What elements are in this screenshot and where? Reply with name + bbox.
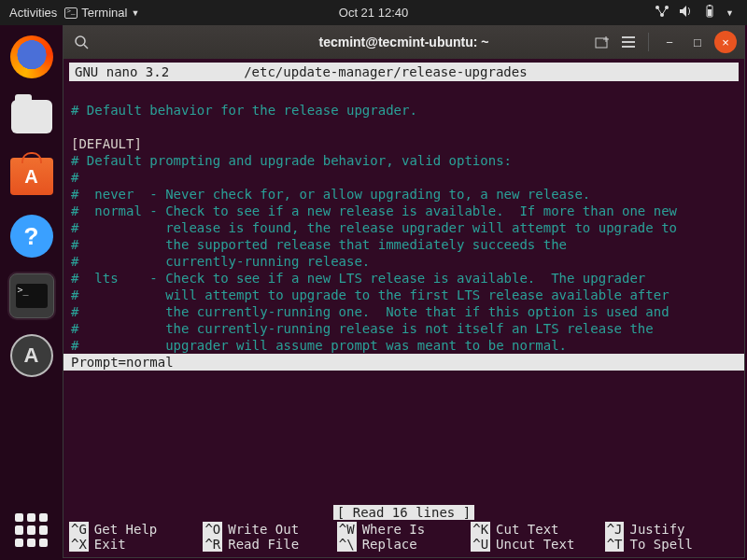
nano-filename: /etc/update-manager/release-upgrades: [244, 64, 527, 79]
shortcut-justify: ^JJustify: [605, 522, 739, 537]
minimize-button[interactable]: −: [658, 31, 681, 53]
editor-line: # Default behavior for the release upgra…: [71, 103, 417, 118]
shortcut-write-out: ^OWrite Out: [203, 522, 336, 537]
volume-icon: [679, 5, 694, 21]
svg-line-7: [84, 45, 88, 49]
svg-rect-5: [709, 5, 711, 7]
network-icon: [655, 5, 669, 21]
dock-software-updater[interactable]: A: [9, 333, 54, 378]
shortcut-replace: ^\Replace: [337, 537, 471, 552]
battery-icon: [703, 5, 716, 21]
editor-line: # normal - Check to see if a new release…: [71, 203, 677, 218]
editor-line: # Default prompting and upgrade behavior…: [71, 153, 512, 168]
dock-help[interactable]: ?: [9, 214, 54, 259]
chevron-down-icon: ▼: [726, 8, 734, 18]
hamburger-menu-icon[interactable]: [618, 32, 639, 52]
app-menu-label: Terminal: [81, 6, 127, 20]
nano-version: GNU nano 3.2: [75, 64, 169, 79]
app-menu[interactable]: Terminal ▼: [64, 6, 139, 20]
editor-line: # the currently-running release is not i…: [71, 321, 654, 336]
search-icon[interactable]: [71, 32, 92, 52]
nano-status-bar: [ Read 16 lines ]: [63, 505, 744, 520]
editor-line: # lts - Check to see if a new LTS releas…: [71, 271, 645, 286]
gnome-top-bar: Activities Terminal ▼ Oct 21 12:40 ▼: [0, 0, 747, 25]
terminal-window: tecmint@tecmint-ubuntu: ~ − □ × GNU nano…: [63, 25, 745, 558]
show-applications-button[interactable]: [15, 513, 49, 547]
shortcut-uncut-text: ^UUncut Text: [471, 537, 604, 552]
editor-line-cursor: Prompt=normal: [63, 354, 744, 371]
divider: [648, 33, 649, 51]
dock: ? >_ A: [0, 25, 63, 560]
editor-line: # the currently-running one. Note that i…: [71, 304, 669, 319]
svg-point-6: [76, 36, 85, 46]
system-status-area[interactable]: ▼: [655, 5, 747, 21]
editor-line: # currently-running release.: [71, 254, 370, 269]
nano-shortcut-bar: ^GGet Help ^OWrite Out ^WWhere Is ^KCut …: [63, 522, 744, 557]
shortcut-get-help: ^GGet Help: [69, 522, 203, 537]
shortcut-where-is: ^WWhere Is: [337, 522, 471, 537]
svg-rect-4: [708, 9, 712, 16]
editor-line: # upgrader will assume prompt was meant …: [71, 338, 567, 353]
updater-icon: A: [10, 334, 53, 377]
clock[interactable]: Oct 21 12:40: [339, 6, 408, 20]
shortcut-cut-text: ^KCut Text: [471, 522, 604, 537]
firefox-icon: [10, 35, 53, 78]
editor-line: # release is found, the release upgrader…: [71, 220, 677, 235]
editor-line: # the supported release that immediately…: [71, 237, 567, 252]
shortcut-exit: ^XExit: [69, 537, 203, 552]
window-title: tecmint@tecmint-ubuntu: ~: [318, 35, 488, 49]
terminal-icon: [64, 7, 78, 19]
editor-line: [DEFAULT]: [71, 136, 142, 151]
dock-software[interactable]: [9, 154, 54, 199]
dock-files[interactable]: [9, 94, 54, 139]
dock-terminal[interactable]: >_: [9, 273, 54, 318]
nano-title-bar: GNU nano 3.2 /etc/update-manager/release…: [69, 63, 739, 81]
terminal-icon: >_: [9, 273, 54, 318]
maximize-button[interactable]: □: [686, 31, 709, 53]
new-tab-icon[interactable]: [592, 32, 613, 52]
close-button[interactable]: ×: [714, 31, 737, 53]
dock-firefox[interactable]: [9, 35, 54, 79]
editor-line: #: [71, 170, 78, 185]
shortcut-to-spell: ^TTo Spell: [605, 537, 739, 552]
editor-line: # will attempt to upgrade to the first L…: [71, 287, 669, 302]
terminal-titlebar[interactable]: tecmint@tecmint-ubuntu: ~ − □ ×: [63, 25, 744, 59]
shortcut-read-file: ^RRead File: [203, 537, 336, 552]
nano-editor-body[interactable]: # Default behavior for the release upgra…: [63, 81, 744, 505]
editor-line: # never - Never check for, or allow upgr…: [71, 187, 590, 202]
software-icon: [10, 158, 53, 195]
nano-status-text: [ Read 16 lines ]: [333, 505, 474, 520]
files-icon: [11, 100, 52, 133]
activities-button[interactable]: Activities: [9, 6, 57, 20]
chevron-down-icon: ▼: [131, 8, 139, 18]
help-icon: ?: [10, 215, 53, 258]
